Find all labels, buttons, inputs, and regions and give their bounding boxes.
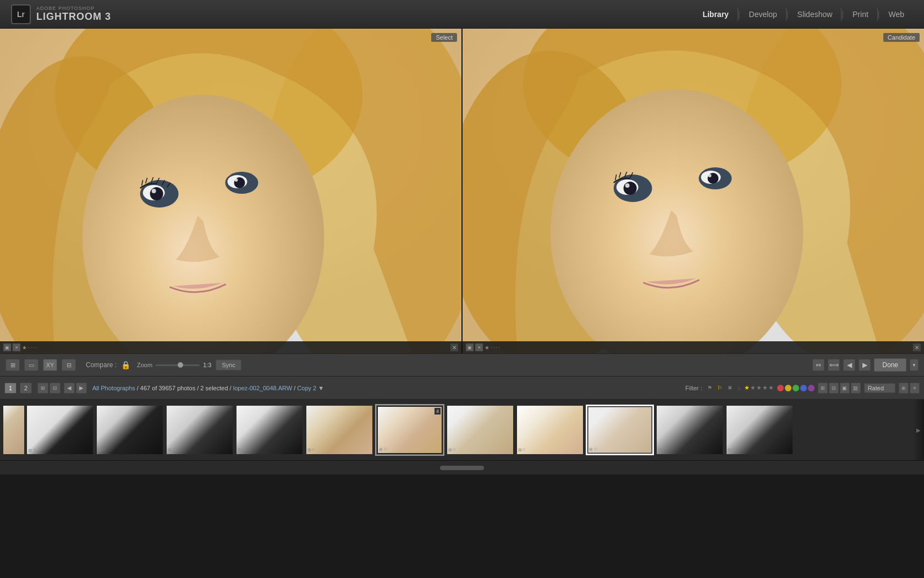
thumb-3[interactable]: ⊞⚐ — [166, 405, 234, 455]
left-star-4[interactable]: · — [34, 345, 35, 351]
left-toolbar-left: ▣ ✕ ★ · · · · — [3, 343, 448, 351]
controls-bar: ⊞ ▭ XY ⊟ Compare : 🔒 Zoom 1:3 Sync ⇔ ⟺ ◀… — [0, 353, 924, 377]
survey-view-btn[interactable]: ⊟ — [62, 359, 76, 371]
thumb-9-frame — [588, 407, 652, 453]
sync-button[interactable]: Sync — [216, 359, 241, 370]
filter-star-1[interactable]: ★ — [744, 384, 750, 391]
thumb-10[interactable]: ⊞⚐ — [656, 405, 724, 455]
filter-color-yellow[interactable] — [785, 385, 791, 391]
left-star-1[interactable]: ★ — [22, 345, 27, 351]
prev-arrow-btn[interactable]: ◀ — [843, 359, 855, 371]
filter-flag-colored[interactable]: ⚐ — [716, 384, 724, 392]
filter-color-purple[interactable] — [808, 385, 815, 391]
nav-slideshow[interactable]: Slideshow — [789, 8, 842, 21]
filter-flag-white[interactable]: ⚑ — [706, 384, 714, 392]
right-photo[interactable] — [463, 29, 924, 353]
thumb-11-icons: ⊞⚐ — [728, 445, 735, 453]
top-bar: Lr ADOBE PHOTOSHOP LIGHTROOM 3 Library |… — [0, 0, 924, 29]
thumb-7[interactable]: ⊞⚐ — [446, 405, 514, 455]
page-2-btn[interactable]: 2 — [20, 383, 32, 394]
breadcrumb-count: 467 of 39657 photos — [140, 385, 195, 391]
right-x-btn[interactable]: ✕ — [475, 343, 483, 351]
grid-large-btn[interactable]: ⊟ — [50, 383, 61, 394]
filter-star-3[interactable]: ★ — [756, 384, 762, 391]
grid-small-btn[interactable]: ⊞ — [37, 383, 48, 394]
nav-next-btn[interactable]: ▶ — [76, 383, 87, 394]
filter-color-red[interactable] — [777, 385, 784, 391]
filter-end-btn-1[interactable]: ⊕ — [899, 383, 909, 394]
left-star-3[interactable]: · — [31, 345, 32, 351]
thumb-6-num: 4 — [435, 408, 441, 415]
thumb-6[interactable]: 4 ⊞ ⚐ — [375, 404, 444, 456]
filter-color-blue[interactable] — [800, 385, 807, 391]
left-toolbar-icon-btn[interactable]: ▣ — [3, 343, 11, 351]
thumb-8[interactable]: ⊞⚐ — [516, 405, 584, 455]
lock-icon[interactable]: 🔒 — [121, 361, 130, 369]
zoom-slider[interactable] — [156, 364, 200, 366]
page-1-btn[interactable]: 1 — [4, 383, 16, 394]
swap-right-btn[interactable]: ⟺ — [828, 359, 840, 371]
filter-star-4[interactable]: ★ — [762, 384, 768, 391]
thumb-1[interactable]: ⊞ ⚐ — [26, 405, 94, 455]
right-close-btn[interactable]: ✕ — [913, 343, 921, 351]
right-star-5[interactable]: · — [498, 345, 500, 351]
view-mode-2[interactable]: ⊟ — [829, 383, 839, 394]
logo-text: Lr — [17, 10, 25, 19]
thumb-5-icons: ⊞⚐ — [307, 445, 315, 453]
left-x-btn[interactable]: ✕ — [13, 343, 20, 351]
filter-star-2[interactable]: ★ — [750, 384, 756, 391]
thumb-8-icons: ⊞⚐ — [518, 445, 526, 453]
right-star-rating: ★ · · · · — [485, 345, 500, 351]
nav-web[interactable]: Web — [879, 8, 913, 21]
filter-end-btn-2[interactable]: ≡ — [910, 383, 920, 394]
right-star-2[interactable]: · — [491, 345, 492, 351]
view-mode-4[interactable]: ▨ — [851, 383, 861, 394]
nav-develop[interactable]: Develop — [740, 8, 787, 21]
grid-view-btn[interactable]: ⊞ — [6, 359, 20, 371]
thumb-5[interactable]: ⊞⚐ — [305, 405, 373, 455]
right-compare-panel: Candidate ▣ ✕ ★ · · · · ✕ — [461, 29, 924, 353]
left-star-5[interactable]: · — [36, 345, 37, 351]
rated-dropdown[interactable]: Rated — [864, 383, 895, 393]
thumb-1-icons: ⊞ ⚐ — [28, 448, 92, 453]
thumb-10-icon: ⊞⚐ — [658, 448, 666, 452]
right-star-1[interactable]: ★ — [485, 345, 490, 351]
zoom-thumb[interactable] — [178, 362, 183, 368]
thumb-2[interactable]: ⊞⚐ — [96, 405, 164, 455]
filter-stars: ★ ★ ★ ★ ★ — [744, 384, 774, 391]
left-close-btn[interactable]: ✕ — [450, 343, 458, 351]
swap-left-btn[interactable]: ⇔ — [812, 359, 824, 371]
right-star-3[interactable]: · — [493, 345, 495, 351]
thumb-4-icon: ⊞⚐ — [238, 448, 245, 452]
thumb-11[interactable]: ⊞⚐ — [725, 405, 794, 455]
filter-flag-reject[interactable]: ✖ — [725, 384, 734, 392]
done-button[interactable]: Done — [874, 358, 906, 372]
view-mode-3[interactable]: ▣ — [840, 383, 850, 394]
right-toolbar-left: ▣ ✕ ★ · · · · — [466, 343, 911, 351]
nav-print[interactable]: Print — [844, 8, 878, 21]
view-mode-1[interactable]: ⊞ — [818, 383, 828, 394]
compare-view-btn[interactable]: XY — [43, 359, 57, 371]
nav-prev-btn[interactable]: ◀ — [64, 383, 75, 394]
done-dropdown-icon[interactable]: ▼ — [910, 359, 919, 371]
right-toolbar-icon-btn[interactable]: ▣ — [466, 343, 474, 351]
breadcrumb-copy[interactable]: Copy 2 — [297, 385, 316, 391]
left-photo[interactable] — [0, 29, 461, 353]
filter-color-green[interactable] — [793, 385, 799, 391]
thumb-4[interactable]: ⊞⚐ — [235, 405, 304, 455]
thumb-9-icons: ⊞ ⚐ — [589, 447, 598, 452]
thumb-0[interactable] — [2, 405, 24, 455]
breadcrumb-filename[interactable]: lopez-002_0048.ARW — [233, 385, 292, 391]
left-star-2[interactable]: · — [28, 345, 30, 351]
right-star-4[interactable]: · — [496, 345, 498, 351]
breadcrumb-dropdown[interactable]: ▼ — [318, 385, 324, 391]
filmstrip-scrollbar[interactable] — [440, 466, 484, 470]
loupe-view-btn[interactable]: ▭ — [24, 359, 38, 371]
breadcrumb-all-photos[interactable]: All Photographs — [92, 385, 135, 391]
thumb-9[interactable]: ⊞ ⚐ — [586, 405, 654, 455]
filter-star-5[interactable]: ★ — [768, 384, 774, 391]
bottom-trim — [0, 460, 924, 475]
next-arrow-btn[interactable]: ▶ — [859, 359, 871, 371]
nav-library[interactable]: Library — [694, 8, 738, 21]
adobe-label: ADOBE PHOTOSHOP — [36, 6, 111, 11]
